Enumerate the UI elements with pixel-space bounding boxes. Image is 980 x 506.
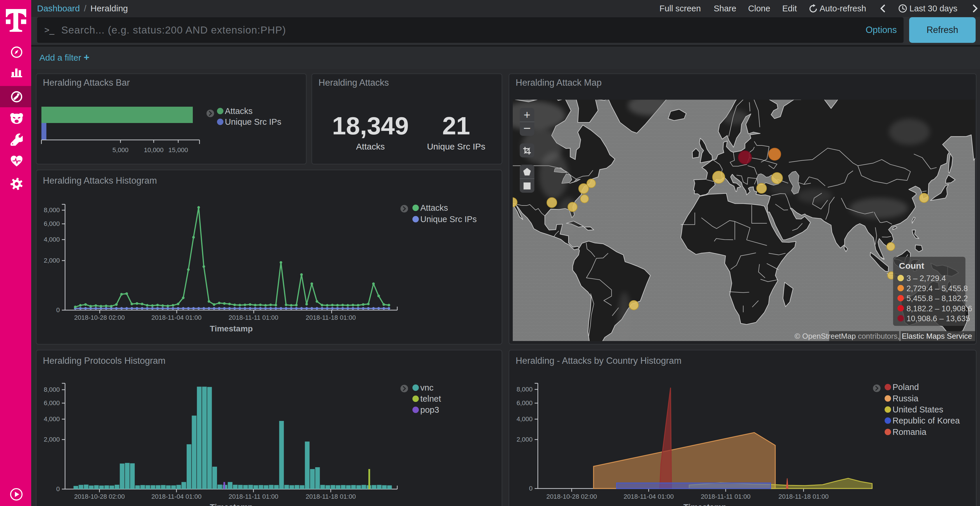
svg-text:© OpenStreetMap contributors,: © OpenStreetMap contributors, Elastic Ma… [794, 332, 972, 341]
svg-text:10,908.6 – 13,635: 10,908.6 – 13,635 [907, 314, 970, 323]
svg-text:5,455.8 – 8,182.2: 5,455.8 – 8,182.2 [907, 294, 968, 303]
svg-text:3 – 2,729.4: 3 – 2,729.4 [907, 274, 946, 283]
svg-text:Count: Count [899, 261, 924, 271]
svg-text:2,729.4 – 5,455.8: 2,729.4 – 5,455.8 [907, 284, 968, 293]
svg-text:8,182.2 – 10,908.6: 8,182.2 – 10,908.6 [907, 304, 972, 313]
